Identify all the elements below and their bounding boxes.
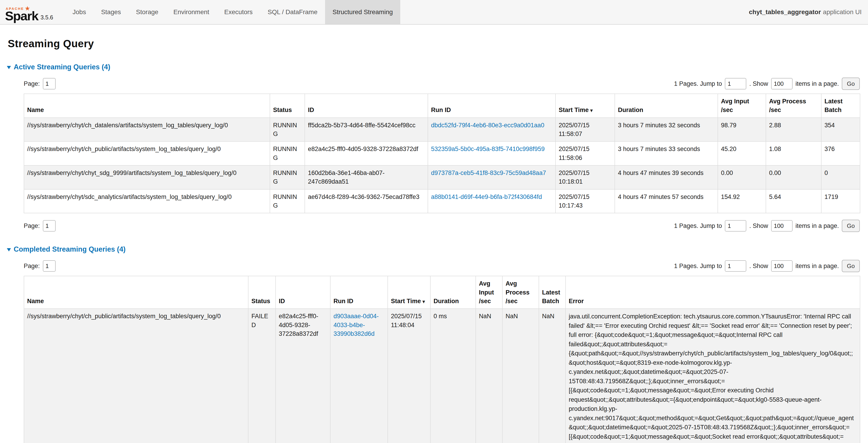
avg-process-cell: 2.88 <box>766 118 821 142</box>
tab-storage[interactable]: Storage <box>129 0 166 24</box>
col-header-run-id[interactable]: Run ID <box>428 94 556 118</box>
tab-stages[interactable]: Stages <box>93 0 128 24</box>
jump-to-input[interactable] <box>725 78 746 89</box>
status-cell: RUNNING <box>270 189 305 213</box>
query-row: //sys/strawberry/chyt/ch_public/artifact… <box>24 142 860 166</box>
col-header-name[interactable]: Name <box>24 94 270 118</box>
page-number-input[interactable] <box>43 220 56 232</box>
page-label: Page: <box>24 223 40 230</box>
run-id-link[interactable]: dbdc52fd-79f4-4eb6-80e3-ecc9a0d01aa0 <box>431 122 544 129</box>
pages-count-text: 1 Pages. Jump to <box>674 80 722 87</box>
page-label: Page: <box>24 80 40 87</box>
show-text: . Show <box>749 80 768 87</box>
col-header-status[interactable]: Status <box>248 276 276 308</box>
tab-environment[interactable]: Environment <box>166 0 217 24</box>
page-number-input[interactable] <box>43 78 56 89</box>
avg-input-cell: 98.79 <box>718 118 766 142</box>
run-id-link[interactable]: 532359a5-5b0c-495a-83f5-7410c998f959 <box>431 146 545 152</box>
col-header-name[interactable]: Name <box>24 276 248 308</box>
run-id-cell: a88b0141-d69f-44e9-b6fa-b72f430684fd <box>428 189 556 213</box>
completed-queries-header[interactable]: Completed Streaming Queries (4) <box>7 245 860 254</box>
name-cell: //sys/strawberry/chyt/sdc_analytics/arti… <box>24 189 270 213</box>
col-header-latest-batch[interactable]: Latest Batch <box>821 94 860 118</box>
spark-logo[interactable]: APACHE ★ Spark 3.5.6 <box>0 0 53 24</box>
col-header-start-time[interactable]: Start Time▾ <box>388 276 430 308</box>
sort-desc-icon: ▾ <box>590 108 593 113</box>
name-cell: //sys/strawberry/chyt/ch_public/artifact… <box>24 308 248 443</box>
col-header-id[interactable]: ID <box>305 94 428 118</box>
spark-logo-text: APACHE ★ Spark <box>5 7 38 22</box>
jump-to-input[interactable] <box>725 260 746 272</box>
start-time-cell: 2025/07/15 11:48:04 <box>388 308 430 443</box>
col-header-avg-process[interactable]: Avg Process /sec <box>766 94 821 118</box>
col-header-status[interactable]: Status <box>270 94 305 118</box>
col-header-avg-process[interactable]: Avg Process /sec <box>502 276 539 308</box>
status-cell: RUNNING <box>270 166 305 189</box>
page-number-input[interactable] <box>43 260 56 272</box>
id-cell: 160d2b6a-36e1-46ba-ab07-247c869daa51 <box>305 166 428 189</box>
go-button[interactable]: Go <box>842 260 860 272</box>
application-name: chyt_tables_aggregator <box>749 8 821 16</box>
show-count-input[interactable] <box>771 220 793 232</box>
pages-count-text: 1 Pages. Jump to <box>674 263 722 270</box>
col-header-avg-input[interactable]: Avg Input /sec <box>718 94 766 118</box>
id-cell: ff5dca2b-5b73-4d64-8ffe-55424cef98cc <box>305 118 428 142</box>
active-queries-title: Active Streaming Queries (4) <box>14 63 110 71</box>
avg-input-cell: 45.20 <box>718 142 766 166</box>
jump-to-input[interactable] <box>725 220 746 232</box>
duration-cell: 3 hours 7 minutes 33 seconds <box>615 142 718 166</box>
completed-pagination-top: Page: 1 Pages. Jump to . Show items in a… <box>24 260 860 272</box>
col-header-start-time[interactable]: Start Time▾ <box>556 94 615 118</box>
id-cell: e82a4c25-fff0-4d05-9328-37228a8372df <box>276 308 330 443</box>
col-header-duration[interactable]: Duration <box>430 276 476 308</box>
run-id-link[interactable]: d973787a-ceb5-41f8-83c9-75c59ad48aa7 <box>431 170 546 176</box>
active-queries-header[interactable]: Active Streaming Queries (4) <box>7 63 860 71</box>
latest-batch-cell: 0 <box>821 166 860 189</box>
tab-jobs[interactable]: Jobs <box>65 0 93 24</box>
col-header-latest-batch[interactable]: Latest Batch <box>539 276 565 308</box>
avg-input-cell: NaN <box>476 308 502 443</box>
active-queries-table: Name Status ID Run ID Start Time▾ Durati… <box>24 93 860 213</box>
col-header-error[interactable]: Error <box>565 276 860 308</box>
run-id-cell: 532359a5-5b0c-495a-83f5-7410c998f959 <box>428 142 556 166</box>
active-queries-section: Active Streaming Queries (4) Page: 1 Pag… <box>7 63 860 232</box>
avg-process-cell: 1.08 <box>766 142 821 166</box>
collapse-arrow-icon <box>7 66 11 69</box>
id-cell: ae67d4c8-f289-4c36-9362-75ecad78ffe3 <box>305 189 428 213</box>
col-header-duration[interactable]: Duration <box>615 94 718 118</box>
start-time-label: Start Time <box>391 298 421 304</box>
top-navbar: APACHE ★ Spark 3.5.6 Jobs Stages Storage… <box>0 0 868 25</box>
show-count-input[interactable] <box>771 78 793 89</box>
id-cell: e82a4c25-fff0-4d05-9328-37228a8372df <box>305 142 428 166</box>
latest-batch-cell: 1719 <box>821 189 860 213</box>
name-cell: //sys/strawberry/chyt/ch_public/artifact… <box>24 142 270 166</box>
status-cell: FAILED <box>248 308 276 443</box>
tab-executors[interactable]: Executors <box>217 0 260 24</box>
completed-queries-section: Completed Streaming Queries (4) Page: 1 … <box>7 245 860 443</box>
page-title: Streaming Query <box>8 37 860 50</box>
name-cell: //sys/strawberry/chyt/ch_datalens/artifa… <box>24 118 270 142</box>
col-header-id[interactable]: ID <box>276 276 330 308</box>
status-cell: RUNNING <box>270 142 305 166</box>
start-time-cell: 2025/07/15 10:17:43 <box>556 189 615 213</box>
go-button[interactable]: Go <box>842 220 860 232</box>
show-count-input[interactable] <box>771 260 793 272</box>
duration-cell: 4 hours 47 minutes 57 seconds <box>615 189 718 213</box>
run-id-link[interactable]: d903aaae-0d04-4033-b4be-33990b382d6d <box>334 313 379 337</box>
avg-process-cell: 0.00 <box>766 166 821 189</box>
query-row: //sys/strawberry/chyt/chyt_sdg_9999/arti… <box>24 166 860 189</box>
col-header-run-id[interactable]: Run ID <box>330 276 388 308</box>
items-per-page-text: items in a page. <box>796 223 839 230</box>
page-content: Streaming Query Active Streaming Queries… <box>0 37 868 443</box>
application-ui-label: application UI <box>823 8 862 16</box>
tab-structured-streaming[interactable]: Structured Streaming <box>325 0 401 24</box>
go-button[interactable]: Go <box>842 78 860 90</box>
col-header-avg-input[interactable]: Avg Input /sec <box>476 276 502 308</box>
tab-sql-dataframe[interactable]: SQL / DataFrame <box>260 0 325 24</box>
run-id-link[interactable]: a88b0141-d69f-44e9-b6fa-b72f430684fd <box>431 194 542 200</box>
completed-queries-table: Name Status ID Run ID Start Time▾ Durati… <box>24 276 860 443</box>
pages-count-text: 1 Pages. Jump to <box>674 223 722 230</box>
name-cell: //sys/strawberry/chyt/chyt_sdg_9999/arti… <box>24 166 270 189</box>
query-row: //sys/strawberry/chyt/ch_public/artifact… <box>24 308 860 443</box>
duration-cell: 0 ms <box>430 308 476 443</box>
